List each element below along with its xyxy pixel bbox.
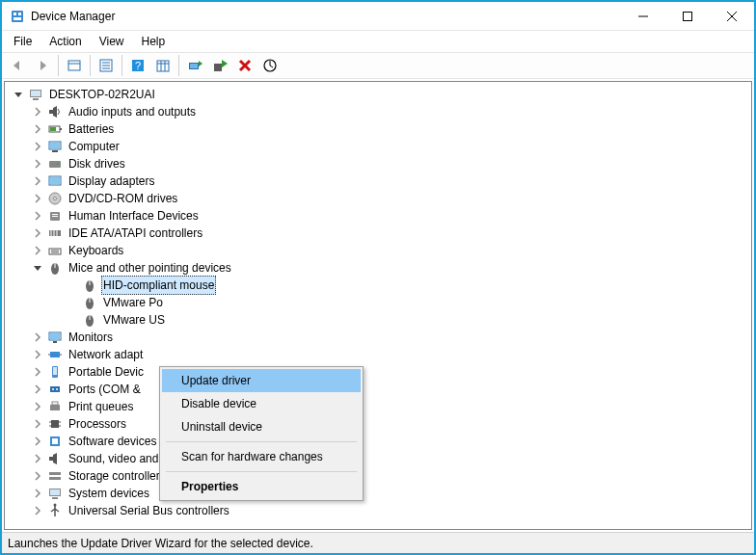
menu-action[interactable]: Action [41,33,89,50]
expand-icon[interactable] [32,193,43,204]
tree-category[interactable]: Ports (COM & [9,381,747,398]
tree-root[interactable]: DESKTOP-02R2UAI [9,86,747,103]
toolbar: ? [2,52,754,79]
expand-icon[interactable] [32,418,43,430]
expand-icon[interactable] [32,245,43,256]
tree-category[interactable]: Keyboards [9,242,747,259]
calendar-button[interactable] [151,54,175,77]
expand-icon[interactable] [32,470,43,482]
expand-icon[interactable] [32,331,43,343]
enable-button[interactable] [208,54,231,77]
device-manager-window: Device Manager File Action View Help ? D… [0,0,756,555]
tree-category[interactable]: Human Interface Devices [9,207,747,225]
tree-category[interactable]: Software devices [9,433,747,450]
expand-icon[interactable] [32,158,43,170]
tree-category[interactable]: Sound, video and game controllers [9,450,747,467]
tree-category[interactable]: Portable Devic [9,363,747,381]
svg-point-41 [54,198,57,200]
expand-icon[interactable] [32,401,43,412]
svg-point-37 [57,163,59,165]
tree-category[interactable]: Universal Serial Bus controllers [9,502,747,519]
device-category-icon [47,486,63,501]
ctx-uninstall-device[interactable]: Uninstall device [162,415,361,438]
ctx-properties[interactable]: Properties [162,475,361,498]
device-category-icon [47,434,63,449]
tree-category[interactable]: Network adapt [9,346,747,363]
svg-rect-62 [53,341,57,343]
category-label: Software devices [67,433,158,450]
tree-category[interactable]: IDE ATA/ATAPI controllers [9,225,747,242]
expand-icon[interactable] [32,383,43,395]
expand-icon[interactable] [32,505,43,516]
expand-icon[interactable] [32,488,43,499]
expand-icon[interactable] [32,453,43,464]
back-button[interactable] [6,54,29,77]
svg-text:?: ? [135,60,141,71]
properties-button[interactable] [94,54,118,77]
forward-button[interactable] [31,54,54,77]
tree-category[interactable]: Computer [9,138,747,155]
category-label: Ports (COM & [67,381,143,398]
expand-icon[interactable] [32,349,43,360]
device-tree[interactable]: DESKTOP-02R2UAI Audio inputs and outputs… [4,81,752,530]
menu-file[interactable]: File [6,33,40,50]
expand-icon[interactable] [32,436,43,447]
expand-icon[interactable] [32,175,43,187]
tree-category[interactable]: Batteries [9,120,747,138]
svg-rect-80 [49,457,53,461]
category-label: Processors [67,415,128,433]
tree-device[interactable]: VMware Po [9,294,747,311]
device-category-icon [47,173,63,189]
svg-rect-32 [50,127,56,131]
tree-category[interactable]: DVD/CD-ROM drives [9,190,747,207]
expand-icon[interactable] [32,123,43,135]
status-text: Launches the Update Driver Wizard for th… [8,537,313,550]
close-button[interactable] [710,2,754,31]
device-category-icon [47,139,63,154]
expand-icon[interactable] [32,210,43,222]
category-label: Network adapt [67,346,145,363]
tree-category[interactable]: Display adapters [9,172,747,190]
collapse-icon[interactable] [32,262,43,274]
expand-icon[interactable] [32,366,43,378]
tree-device[interactable]: HID-compliant mouse [9,277,747,294]
ctx-disable-device[interactable]: Disable device [162,392,361,415]
expand-icon[interactable] [32,227,43,239]
tree-category[interactable]: Storage controllers [9,467,747,485]
category-label: Disk drives [67,155,127,172]
expand-icon[interactable] [32,141,43,152]
help-button[interactable]: ? [126,54,149,77]
menu-help[interactable]: Help [134,33,174,50]
menu-view[interactable]: View [92,33,132,50]
minimize-button[interactable] [621,2,665,31]
svg-rect-44 [52,216,58,217]
svg-rect-31 [60,128,62,130]
ctx-scan-hardware[interactable]: Scan for hardware changes [162,445,361,468]
uninstall-button[interactable] [233,54,256,77]
device-label: VMware US [101,311,167,329]
titlebar: Device Manager [2,2,754,31]
tree-category[interactable]: Print queues [9,398,747,415]
device-category-icon [47,225,63,241]
scan-button[interactable] [258,54,282,77]
tree-category[interactable]: Audio inputs and outputs [9,103,747,120]
tree-device[interactable]: VMware US [9,311,747,329]
svg-rect-61 [50,333,60,339]
collapse-icon[interactable] [13,89,24,100]
tree-category[interactable]: Disk drives [9,155,747,172]
tree-category[interactable]: System devices [9,485,747,502]
toolbar-separator [58,55,59,76]
ctx-update-driver[interactable]: Update driver [162,369,361,392]
expand-icon[interactable] [32,106,43,118]
svg-rect-0 [12,11,23,22]
mouse-icon [82,278,97,293]
category-label: Print queues [67,398,135,415]
update-driver-button[interactable] [183,54,206,77]
tree-category[interactable]: Processors [9,415,747,433]
device-category-icon [47,382,63,397]
show-hide-tree-button[interactable] [63,54,86,77]
tree-category[interactable]: Mice and other pointing devices [9,259,747,277]
maximize-button[interactable] [665,2,710,31]
tree-category[interactable]: Monitors [9,329,747,346]
window-title: Device Manager [31,10,621,23]
